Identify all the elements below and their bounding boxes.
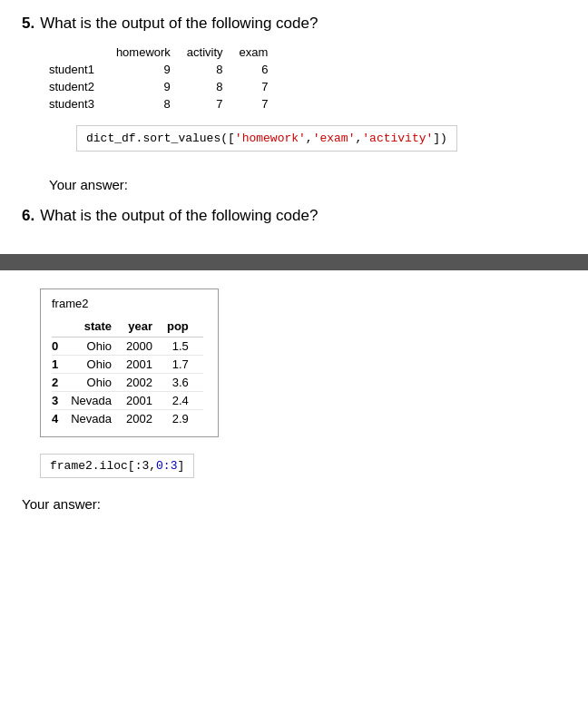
frame-table-row: 0 Ohio 2000 1.5	[52, 337, 203, 356]
frame-pop-0: 1.5	[167, 337, 203, 356]
frame2-box: frame2 state year pop 0 Ohio 2000 1.5	[40, 289, 219, 437]
col-empty	[49, 44, 116, 61]
code-str3: 'activity'	[362, 132, 433, 145]
code-bracket-close: ]	[177, 459, 184, 473]
q6-code-container: frame2.iloc[:3,0:3]	[22, 454, 566, 487]
row-student1-act: 8	[187, 61, 240, 78]
frame-year-0: 2000	[126, 337, 167, 356]
table-row: student2 9 8 7	[49, 78, 284, 95]
code-colon: :3,	[135, 459, 156, 473]
frame-table-row: 3 Nevada 2001 2.4	[52, 392, 203, 410]
q5-code-block: dict_df.sort_values(['homework','exam','…	[76, 125, 457, 152]
frame-year-1: 2001	[126, 356, 167, 374]
table-row: student3 8 7 7	[49, 95, 284, 112]
frame-col-year: year	[126, 318, 167, 337]
frame-state-1: Ohio	[71, 356, 126, 374]
frame2-table: state year pop 0 Ohio 2000 1.5 1 Ohio 20…	[52, 318, 203, 427]
frame-idx-2: 2	[52, 374, 71, 392]
frame-year-4: 2002	[126, 410, 167, 428]
q5-code-container: dict_df.sort_values(['homework','exam','…	[49, 125, 566, 164]
q5-table: homework activity exam student1 9 8 6 st…	[49, 44, 284, 112]
q6-code-block: frame2.iloc[:3,0:3]	[40, 454, 194, 478]
table-row: student1 9 8 6	[49, 61, 284, 78]
col-activity: activity	[187, 44, 240, 61]
frame-col-state: state	[71, 318, 126, 337]
row-student3-hw: 8	[116, 95, 187, 112]
q6-your-answer: Your answer:	[22, 496, 566, 512]
top-section: 5. What is the output of the following c…	[0, 0, 588, 254]
row-student3-label: student3	[49, 95, 116, 112]
frame-year-2: 2002	[126, 374, 167, 392]
frame-header-row: state year pop	[52, 318, 203, 337]
frame-idx-3: 3	[52, 392, 71, 410]
row-student3-act: 7	[187, 95, 240, 112]
frame-pop-1: 1.7	[167, 356, 203, 374]
frame-table-row: 1 Ohio 2001 1.7	[52, 356, 203, 374]
table-header-row: homework activity exam	[49, 44, 284, 61]
code-comma1: ,	[306, 132, 313, 145]
row-student1-hw: 9	[116, 61, 187, 78]
code-str1: 'homework'	[235, 132, 306, 145]
question-5-header: 5. What is the output of the following c…	[22, 15, 566, 33]
code-close: ])	[433, 132, 447, 145]
frame-state-4: Nevada	[71, 410, 126, 428]
question-6-header: 6. What is the output of the following c…	[22, 207, 566, 225]
bottom-section: frame2 state year pop 0 Ohio 2000 1.5	[0, 270, 588, 544]
col-exam: exam	[240, 44, 285, 61]
q5-your-answer: Your answer:	[49, 177, 566, 192]
row-student2-hw: 9	[116, 78, 187, 95]
row-student2-act: 8	[187, 78, 240, 95]
frame-state-3: Nevada	[71, 392, 126, 410]
q6-text: What is the output of the following code…	[40, 207, 318, 225]
frame-pop-2: 3.6	[167, 374, 203, 392]
code-blue-part: 0:3	[156, 459, 177, 473]
section-divider	[0, 254, 588, 270]
frame-col-idx	[52, 318, 71, 337]
frame-idx-4: 4	[52, 410, 71, 428]
col-homework: homework	[116, 44, 187, 61]
row-student2-exam: 7	[240, 78, 285, 95]
q5-text: What is the output of the following code…	[40, 15, 318, 33]
q5-dataframe: homework activity exam student1 9 8 6 st…	[49, 44, 566, 112]
frame-col-pop: pop	[167, 318, 203, 337]
frame-idx-0: 0	[52, 337, 71, 356]
row-student2-label: student2	[49, 78, 116, 95]
code-str2: 'exam'	[313, 132, 356, 145]
frame-state-0: Ohio	[71, 337, 126, 356]
row-student1-exam: 6	[240, 61, 285, 78]
code-frame2-prefix: frame2.iloc[	[50, 459, 135, 473]
frame-table-row: 4 Nevada 2002 2.9	[52, 410, 203, 428]
frame2-title: frame2	[52, 297, 203, 310]
q6-number: 6.	[22, 207, 34, 225]
frame-pop-3: 2.4	[167, 392, 203, 410]
frame-state-2: Ohio	[71, 374, 126, 392]
row-student1-label: student1	[49, 61, 116, 78]
frame-table-row: 2 Ohio 2002 3.6	[52, 374, 203, 392]
code-func: dict_df.sort_values([	[86, 132, 235, 145]
frame-pop-4: 2.9	[167, 410, 203, 428]
frame-year-3: 2001	[126, 392, 167, 410]
frame-idx-1: 1	[52, 356, 71, 374]
q5-number: 5.	[22, 15, 34, 33]
row-student3-exam: 7	[240, 95, 285, 112]
